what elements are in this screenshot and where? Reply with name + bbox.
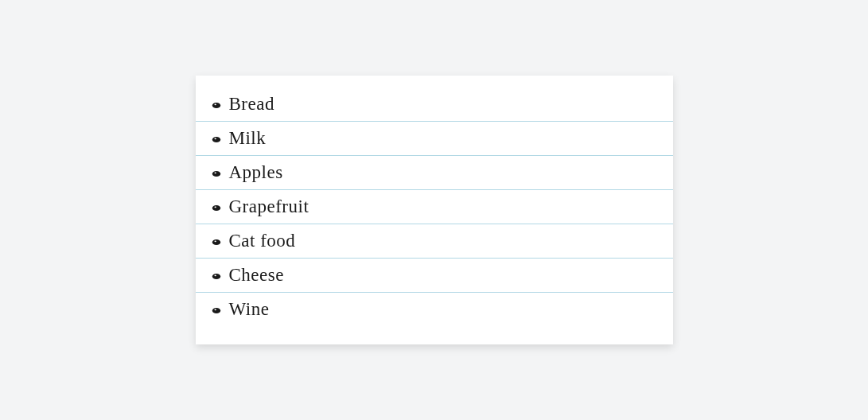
svg-point-6 bbox=[212, 204, 220, 210]
bullet-icon bbox=[212, 136, 221, 143]
svg-point-10 bbox=[212, 273, 220, 278]
bullet-icon bbox=[212, 102, 221, 109]
shopping-list: Bread Milk Apples Grapefruit Cat food bbox=[196, 88, 673, 326]
item-label: Cheese bbox=[229, 265, 284, 286]
item-label: Apples bbox=[229, 162, 283, 183]
bullet-icon bbox=[212, 273, 221, 280]
list-item: Wine bbox=[196, 293, 673, 326]
svg-point-11 bbox=[214, 274, 216, 276]
bullet-icon bbox=[212, 307, 221, 314]
bullet-icon bbox=[212, 204, 221, 212]
shopping-list-card: Bread Milk Apples Grapefruit Cat food bbox=[196, 76, 673, 344]
svg-point-7 bbox=[214, 206, 216, 208]
list-item: Apples bbox=[196, 156, 673, 190]
list-item: Cheese bbox=[196, 259, 673, 293]
svg-point-9 bbox=[214, 240, 216, 242]
svg-point-5 bbox=[214, 172, 216, 173]
item-label: Wine bbox=[229, 299, 270, 320]
list-item: Grapefruit bbox=[196, 190, 673, 224]
list-item: Milk bbox=[196, 122, 673, 156]
svg-point-12 bbox=[212, 307, 220, 313]
svg-point-1 bbox=[214, 103, 216, 105]
svg-point-8 bbox=[212, 239, 220, 244]
item-label: Milk bbox=[229, 128, 267, 149]
item-label: Grapefruit bbox=[229, 196, 309, 217]
svg-point-4 bbox=[212, 170, 220, 176]
bullet-icon bbox=[212, 170, 221, 177]
svg-point-13 bbox=[214, 309, 216, 310]
svg-point-3 bbox=[214, 138, 216, 139]
svg-point-0 bbox=[212, 102, 220, 107]
list-item: Bread bbox=[196, 88, 673, 122]
bullet-icon bbox=[212, 239, 221, 246]
svg-point-2 bbox=[212, 136, 220, 142]
item-label: Bread bbox=[229, 94, 274, 115]
list-item: Cat food bbox=[196, 224, 673, 259]
item-label: Cat food bbox=[229, 231, 296, 251]
